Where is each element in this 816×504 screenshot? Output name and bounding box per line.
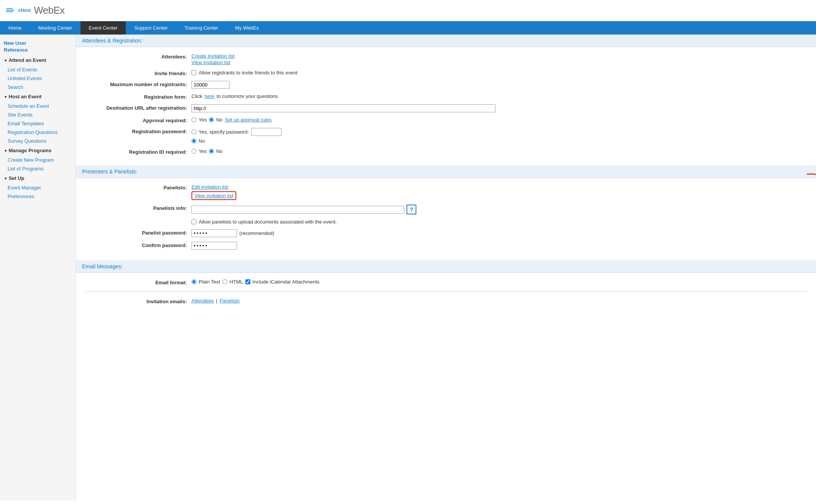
attendees-email-link[interactable]: Attendees — [191, 298, 214, 304]
panelist-password-input[interactable] — [191, 229, 237, 237]
view-invitation-list-link-attendees[interactable]: View invitation list — [191, 60, 807, 65]
attendees-row: Attendees: Create invitation list View i… — [85, 53, 807, 65]
nav-home[interactable]: Home — [0, 21, 30, 35]
sidebar-create-new-program[interactable]: Create New Program — [0, 156, 76, 164]
cisco-bars-icon — [6, 8, 14, 12]
sidebar-list-of-events[interactable]: List of Events — [0, 65, 76, 74]
max-registrants-label: Maximum number of registrants: — [85, 81, 191, 87]
reg-password-no-label: No — [199, 138, 205, 144]
sidebar-survey-questions[interactable]: Survey Questions — [0, 137, 76, 145]
email-separator — [85, 291, 807, 292]
nav-training-center[interactable]: Training Center — [176, 21, 227, 35]
panelists-info-help-button[interactable]: ? — [406, 205, 416, 214]
panelists-row: Panelists: Edit invitation list — [85, 184, 807, 200]
email-format-plaintext-radio[interactable] — [191, 279, 196, 284]
destination-url-input[interactable] — [191, 104, 495, 112]
panelists-info-row: Panelists info: ? — [85, 205, 807, 214]
reg-id-row: Registration ID required: Yes No — [85, 148, 807, 155]
approval-yes-radio[interactable] — [191, 117, 196, 122]
email-separator-pipe: | — [216, 298, 217, 304]
sidebar-new-user-reference[interactable]: New User Reference — [0, 38, 76, 55]
approval-label: Approval required: — [85, 117, 191, 123]
sidebar-section-attend[interactable]: Attend an Event — [0, 55, 76, 65]
sidebar-event-manager[interactable]: Event Manager — [0, 183, 76, 192]
icalendar-checkbox[interactable] — [245, 279, 250, 284]
allow-upload-spacer — [85, 219, 191, 220]
attendees-form-area: Attendees: Create invitation list View i… — [76, 47, 816, 165]
reg-password-input[interactable] — [251, 128, 281, 136]
email-format-html-radio[interactable] — [222, 279, 227, 284]
sidebar-list-of-programs[interactable]: List of Programs — [0, 164, 76, 173]
panelists-email-link[interactable]: Panelists — [220, 298, 240, 304]
nav-support-center[interactable]: Support Center — [126, 21, 176, 35]
approval-no-radio[interactable] — [209, 117, 214, 122]
reg-id-yes-radio[interactable] — [191, 149, 196, 154]
invite-friends-checkbox[interactable] — [191, 70, 196, 75]
sidebar-section-manage[interactable]: Manage Programs — [0, 145, 76, 156]
sidebar-preferences[interactable]: Preferences — [0, 192, 76, 201]
confirm-password-input[interactable] — [191, 242, 237, 250]
panelists-form-area: Panelists: Edit invitation list — [76, 178, 816, 260]
email-format-value: Plain Text HTML Include iCalendar Attach… — [191, 279, 807, 285]
logo: cisco WebEx — [6, 5, 65, 16]
layout: New User Reference Attend an Event List … — [0, 35, 816, 501]
email-format-label: Email format: — [85, 279, 191, 285]
sidebar-registration-questions[interactable]: Registration Questions — [0, 128, 76, 137]
header: cisco WebEx — [0, 0, 816, 21]
confirm-password-row: Confirm password: — [85, 242, 807, 250]
reg-id-no-radio[interactable] — [209, 149, 214, 154]
view-invitation-annotation: View invitation list — [191, 191, 807, 200]
reg-id-no-label: No — [216, 148, 223, 154]
cisco-text: cisco — [18, 8, 31, 13]
max-registrants-input[interactable] — [191, 81, 229, 89]
reg-password-specify-text: Yes, specify password: — [199, 129, 249, 135]
max-registrants-value — [191, 81, 807, 89]
sidebar-unlisted-events[interactable]: Unlisted Events — [0, 74, 76, 83]
reg-id-label: Registration ID required: — [85, 148, 191, 155]
registration-form-here-link[interactable]: here — [204, 93, 214, 99]
email-format-row: Email format: Plain Text HTML Include iC… — [85, 279, 807, 285]
webex-text: WebEx — [34, 5, 65, 16]
nav-meeting-center[interactable]: Meeting Center — [30, 21, 81, 35]
registration-form-value: Click here to customize your questions — [191, 93, 807, 99]
allow-upload-checkbox[interactable] — [191, 219, 196, 224]
reg-password-label: Registration password: — [85, 128, 191, 134]
max-registrants-row: Maximum number of registrants: — [85, 81, 807, 89]
registration-form-suffix: to customize your questions — [217, 93, 278, 99]
destination-url-value — [191, 104, 807, 112]
cisco-logo: cisco — [6, 8, 31, 13]
edit-invitation-list-link[interactable]: Edit invitation list — [191, 184, 807, 190]
sidebar-site-events[interactable]: Site Events — [0, 110, 76, 119]
nav-event-center[interactable]: Event Center — [81, 21, 126, 35]
approval-no-label: No — [216, 117, 223, 123]
allow-upload-text: Allow panelists to upload documents asso… — [199, 219, 337, 225]
email-form-area: Email format: Plain Text HTML Include iC… — [76, 273, 816, 315]
registration-form-label: Registration form: — [85, 93, 191, 100]
view-invitation-list-link-panelists[interactable]: View invitation list — [191, 191, 236, 200]
reg-password-row: Registration password: Yes, specify pass… — [85, 128, 807, 144]
reg-password-yes-radio[interactable] — [191, 129, 196, 134]
approval-yes-label: Yes — [199, 117, 207, 123]
sidebar-email-templates[interactable]: Email Templates — [0, 119, 76, 128]
sidebar-section-host[interactable]: Host an Event — [0, 91, 76, 102]
panelists-info-value: ? — [191, 205, 807, 214]
email-format-html-label: HTML — [229, 279, 243, 285]
sidebar-search[interactable]: Search — [0, 83, 76, 91]
setup-approval-rules-link[interactable]: Set up approval rules — [225, 117, 272, 123]
reg-password-no-radio[interactable] — [191, 139, 196, 143]
sidebar-section-setup[interactable]: Set Up — [0, 173, 76, 183]
panelists-value: Edit invitation list View invitation lis — [191, 184, 807, 200]
panelists-info-input[interactable] — [191, 206, 404, 214]
create-invitation-list-link[interactable]: Create invitation list — [191, 53, 807, 59]
invitation-emails-row: Invitation emails: Attendees | Panelists — [85, 298, 807, 304]
panelist-password-row: Panelist password: (recommended) — [85, 229, 807, 237]
panelists-info-label: Panelists info: — [85, 205, 191, 211]
invite-friends-label: Invite friends: — [85, 70, 191, 76]
attendees-value: Create invitation list View invitation l… — [191, 53, 807, 65]
allow-upload-value: Allow panelists to upload documents asso… — [191, 219, 807, 225]
reg-id-yes-label: Yes — [199, 148, 207, 154]
allow-upload-row: Allow panelists to upload documents asso… — [85, 219, 807, 225]
sidebar-schedule-event[interactable]: Schedule an Event — [0, 102, 76, 110]
registration-form-row: Registration form: Click here to customi… — [85, 93, 807, 100]
nav-my-webex[interactable]: My WebEx — [227, 21, 267, 35]
